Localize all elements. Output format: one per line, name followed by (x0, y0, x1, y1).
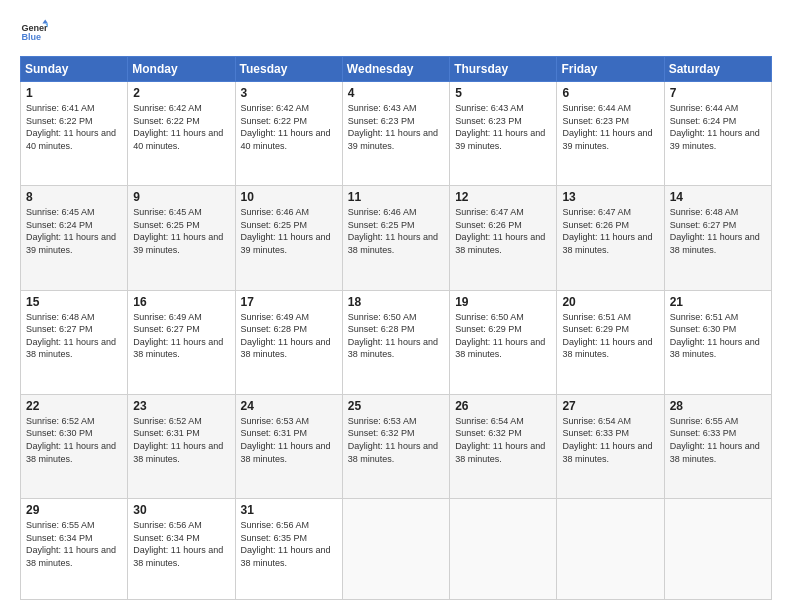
calendar-cell: 24Sunrise: 6:53 AMSunset: 6:31 PMDayligh… (235, 394, 342, 498)
calendar-cell: 15Sunrise: 6:48 AMSunset: 6:27 PMDayligh… (21, 290, 128, 394)
calendar-cell: 4Sunrise: 6:43 AMSunset: 6:23 PMDaylight… (342, 82, 449, 186)
day-number: 18 (348, 295, 444, 309)
day-number: 6 (562, 86, 658, 100)
day-number: 17 (241, 295, 337, 309)
day-number: 10 (241, 190, 337, 204)
day-info: Sunrise: 6:43 AMSunset: 6:23 PMDaylight:… (348, 102, 444, 152)
day-info: Sunrise: 6:48 AMSunset: 6:27 PMDaylight:… (26, 311, 122, 361)
day-number: 15 (26, 295, 122, 309)
day-info: Sunrise: 6:47 AMSunset: 6:26 PMDaylight:… (455, 206, 551, 256)
calendar-cell (557, 499, 664, 600)
day-number: 24 (241, 399, 337, 413)
page: General Blue SundayMondayTuesdayWednesda… (0, 0, 792, 612)
calendar-cell: 16Sunrise: 6:49 AMSunset: 6:27 PMDayligh… (128, 290, 235, 394)
generalblue-icon: General Blue (20, 18, 48, 46)
day-info: Sunrise: 6:44 AMSunset: 6:23 PMDaylight:… (562, 102, 658, 152)
svg-marker-2 (42, 19, 48, 23)
day-number: 4 (348, 86, 444, 100)
logo: General Blue (20, 18, 48, 46)
day-info: Sunrise: 6:55 AMSunset: 6:34 PMDaylight:… (26, 519, 122, 569)
header: General Blue (20, 18, 772, 46)
calendar-cell: 2Sunrise: 6:42 AMSunset: 6:22 PMDaylight… (128, 82, 235, 186)
day-number: 13 (562, 190, 658, 204)
calendar-cell: 18Sunrise: 6:50 AMSunset: 6:28 PMDayligh… (342, 290, 449, 394)
calendar-day-header: Thursday (450, 57, 557, 82)
calendar-header-row: SundayMondayTuesdayWednesdayThursdayFrid… (21, 57, 772, 82)
day-info: Sunrise: 6:53 AMSunset: 6:31 PMDaylight:… (241, 415, 337, 465)
day-number: 19 (455, 295, 551, 309)
day-number: 25 (348, 399, 444, 413)
day-info: Sunrise: 6:52 AMSunset: 6:30 PMDaylight:… (26, 415, 122, 465)
day-info: Sunrise: 6:50 AMSunset: 6:28 PMDaylight:… (348, 311, 444, 361)
day-info: Sunrise: 6:45 AMSunset: 6:24 PMDaylight:… (26, 206, 122, 256)
calendar-cell: 1Sunrise: 6:41 AMSunset: 6:22 PMDaylight… (21, 82, 128, 186)
calendar-cell: 31Sunrise: 6:56 AMSunset: 6:35 PMDayligh… (235, 499, 342, 600)
calendar-day-header: Friday (557, 57, 664, 82)
day-number: 8 (26, 190, 122, 204)
calendar-cell (450, 499, 557, 600)
day-number: 27 (562, 399, 658, 413)
day-info: Sunrise: 6:49 AMSunset: 6:27 PMDaylight:… (133, 311, 229, 361)
day-info: Sunrise: 6:43 AMSunset: 6:23 PMDaylight:… (455, 102, 551, 152)
calendar-cell: 9Sunrise: 6:45 AMSunset: 6:25 PMDaylight… (128, 186, 235, 290)
day-info: Sunrise: 6:47 AMSunset: 6:26 PMDaylight:… (562, 206, 658, 256)
day-number: 20 (562, 295, 658, 309)
svg-text:Blue: Blue (21, 32, 41, 42)
day-number: 11 (348, 190, 444, 204)
day-number: 1 (26, 86, 122, 100)
day-info: Sunrise: 6:45 AMSunset: 6:25 PMDaylight:… (133, 206, 229, 256)
day-info: Sunrise: 6:52 AMSunset: 6:31 PMDaylight:… (133, 415, 229, 465)
day-number: 28 (670, 399, 766, 413)
day-info: Sunrise: 6:56 AMSunset: 6:34 PMDaylight:… (133, 519, 229, 569)
calendar-cell: 5Sunrise: 6:43 AMSunset: 6:23 PMDaylight… (450, 82, 557, 186)
calendar-cell: 23Sunrise: 6:52 AMSunset: 6:31 PMDayligh… (128, 394, 235, 498)
day-number: 14 (670, 190, 766, 204)
calendar-cell: 3Sunrise: 6:42 AMSunset: 6:22 PMDaylight… (235, 82, 342, 186)
day-number: 5 (455, 86, 551, 100)
day-number: 9 (133, 190, 229, 204)
calendar-day-header: Tuesday (235, 57, 342, 82)
day-number: 29 (26, 503, 122, 517)
calendar-cell: 13Sunrise: 6:47 AMSunset: 6:26 PMDayligh… (557, 186, 664, 290)
calendar-table: SundayMondayTuesdayWednesdayThursdayFrid… (20, 56, 772, 600)
day-info: Sunrise: 6:41 AMSunset: 6:22 PMDaylight:… (26, 102, 122, 152)
day-number: 23 (133, 399, 229, 413)
day-info: Sunrise: 6:56 AMSunset: 6:35 PMDaylight:… (241, 519, 337, 569)
calendar-cell: 10Sunrise: 6:46 AMSunset: 6:25 PMDayligh… (235, 186, 342, 290)
calendar-day-header: Wednesday (342, 57, 449, 82)
day-info: Sunrise: 6:49 AMSunset: 6:28 PMDaylight:… (241, 311, 337, 361)
calendar-cell: 28Sunrise: 6:55 AMSunset: 6:33 PMDayligh… (664, 394, 771, 498)
calendar-cell: 17Sunrise: 6:49 AMSunset: 6:28 PMDayligh… (235, 290, 342, 394)
day-info: Sunrise: 6:51 AMSunset: 6:29 PMDaylight:… (562, 311, 658, 361)
calendar-cell: 29Sunrise: 6:55 AMSunset: 6:34 PMDayligh… (21, 499, 128, 600)
day-number: 30 (133, 503, 229, 517)
day-info: Sunrise: 6:42 AMSunset: 6:22 PMDaylight:… (133, 102, 229, 152)
day-info: Sunrise: 6:42 AMSunset: 6:22 PMDaylight:… (241, 102, 337, 152)
calendar-cell (664, 499, 771, 600)
calendar-day-header: Saturday (664, 57, 771, 82)
day-number: 31 (241, 503, 337, 517)
day-info: Sunrise: 6:54 AMSunset: 6:32 PMDaylight:… (455, 415, 551, 465)
day-number: 2 (133, 86, 229, 100)
calendar-cell: 6Sunrise: 6:44 AMSunset: 6:23 PMDaylight… (557, 82, 664, 186)
calendar-cell: 30Sunrise: 6:56 AMSunset: 6:34 PMDayligh… (128, 499, 235, 600)
calendar-cell: 21Sunrise: 6:51 AMSunset: 6:30 PMDayligh… (664, 290, 771, 394)
calendar-cell: 26Sunrise: 6:54 AMSunset: 6:32 PMDayligh… (450, 394, 557, 498)
calendar-cell: 20Sunrise: 6:51 AMSunset: 6:29 PMDayligh… (557, 290, 664, 394)
day-number: 16 (133, 295, 229, 309)
day-number: 7 (670, 86, 766, 100)
calendar-cell: 14Sunrise: 6:48 AMSunset: 6:27 PMDayligh… (664, 186, 771, 290)
calendar-cell: 25Sunrise: 6:53 AMSunset: 6:32 PMDayligh… (342, 394, 449, 498)
calendar-cell: 27Sunrise: 6:54 AMSunset: 6:33 PMDayligh… (557, 394, 664, 498)
calendar-cell (342, 499, 449, 600)
calendar-day-header: Monday (128, 57, 235, 82)
day-number: 22 (26, 399, 122, 413)
day-info: Sunrise: 6:51 AMSunset: 6:30 PMDaylight:… (670, 311, 766, 361)
day-info: Sunrise: 6:53 AMSunset: 6:32 PMDaylight:… (348, 415, 444, 465)
svg-text:General: General (21, 23, 48, 33)
calendar-cell: 22Sunrise: 6:52 AMSunset: 6:30 PMDayligh… (21, 394, 128, 498)
calendar-cell: 11Sunrise: 6:46 AMSunset: 6:25 PMDayligh… (342, 186, 449, 290)
day-info: Sunrise: 6:50 AMSunset: 6:29 PMDaylight:… (455, 311, 551, 361)
calendar-cell: 8Sunrise: 6:45 AMSunset: 6:24 PMDaylight… (21, 186, 128, 290)
day-info: Sunrise: 6:48 AMSunset: 6:27 PMDaylight:… (670, 206, 766, 256)
